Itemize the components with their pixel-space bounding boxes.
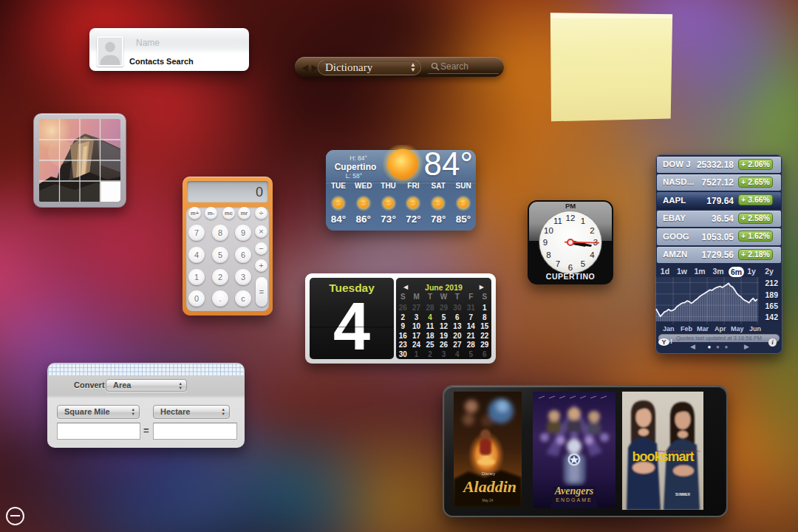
svg-text:2: 2 [590, 226, 594, 235]
svg-text:9: 9 [543, 238, 548, 247]
svg-text:7: 7 [556, 259, 560, 268]
svg-text:Getting Straight A's. Giving Z: Getting Straight A's. Giving Zero F's. [655, 450, 700, 453]
svg-text:10: 10 [544, 226, 553, 235]
svg-text:8: 8 [546, 250, 550, 259]
svg-text:1: 1 [581, 216, 585, 225]
svg-text:Disney: Disney [482, 471, 495, 476]
svg-text:Avengers: Avengers [554, 485, 594, 497]
svg-text:11: 11 [553, 216, 562, 225]
svg-text:ENDGAME: ENDGAME [556, 497, 592, 502]
svg-text:6: 6 [568, 263, 573, 272]
svg-text:Aladdin: Aladdin [462, 477, 516, 496]
svg-text:5: 5 [581, 259, 585, 268]
svg-text:4: 4 [590, 250, 595, 259]
svg-text:12: 12 [566, 214, 576, 222]
svg-text:SUMMER: SUMMER [675, 493, 691, 497]
svg-text:May 24: May 24 [482, 499, 494, 502]
